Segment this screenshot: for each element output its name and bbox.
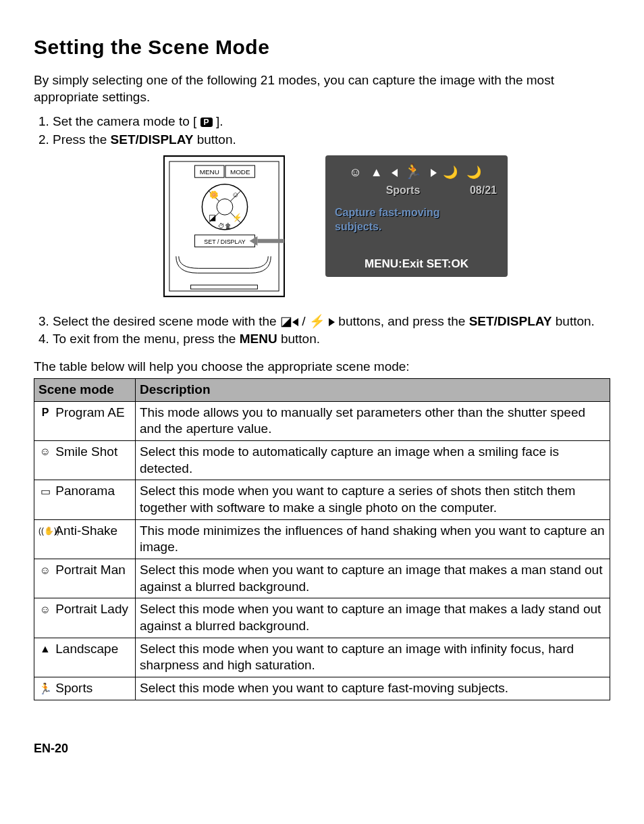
flash-icon: ⚡	[309, 314, 325, 328]
lcd-screen-preview: ☺ ▲ 🏃 🌙 🌙 Sports 08/21 Capture fast-movi…	[325, 155, 508, 277]
col-description: Description	[136, 378, 610, 401]
mode-icon-program: P	[38, 406, 52, 420]
mode-desc: Select this mode when you want to captur…	[136, 480, 610, 519]
step4-a: To exit from the menu, press the	[53, 332, 240, 346]
mode-name: Panorama	[55, 484, 115, 498]
mode-desc: Select this mode when you want to captur…	[136, 559, 610, 598]
step3-d: button.	[552, 314, 594, 328]
step2-text-b: SET/DISPLAY	[111, 132, 194, 147]
step4-b: MENU	[240, 332, 277, 346]
mode-name: Anti-Shake	[55, 523, 117, 538]
mode-icon-antishake: ((✋))	[38, 526, 52, 537]
screen-counter: 08/21	[470, 184, 497, 198]
menu-label: MENU	[200, 168, 219, 176]
screen-mode-name: Sports	[386, 184, 421, 198]
mode-desc: Select this mode when you want to captur…	[136, 598, 610, 638]
table-row: ((✋)) Anti-Shake This mode minimizes the…	[34, 519, 610, 559]
svg-text:⏱🗑: ⏱🗑	[218, 222, 232, 230]
mode-icon-panorama: ▭	[38, 485, 52, 499]
screen-mode-icons: ☺ ▲ 🏃 🌙 🌙	[332, 162, 501, 182]
mode-icon-portrait-lady: ☺	[38, 603, 52, 617]
intro-text: By simply selecting one of the following…	[34, 72, 610, 105]
table-row: P Program AE This mode allows you to man…	[34, 401, 610, 440]
mode-desc: Select this mode when you want to captur…	[136, 677, 610, 700]
step1-text-b: ].	[213, 114, 223, 128]
right-arrow-icon	[329, 318, 335, 326]
camera-mode-p-icon: P	[200, 118, 213, 127]
camera-back-diagram: MENU MODE 🌼 ☺ ◪ ⚡ ⏱🗑 SET / DISPLAY	[163, 155, 285, 297]
svg-text:⚡: ⚡	[232, 213, 242, 222]
figure-row: MENU MODE 🌼 ☺ ◪ ⚡ ⏱🗑 SET / DISPLAY ☺ ▲ 🏃…	[34, 155, 610, 297]
mode-desc: This mode minimizes the influences of ha…	[136, 519, 610, 559]
mode-desc: This mode allows you to manually set par…	[136, 401, 610, 440]
mode-name: Smile Shot	[55, 444, 117, 459]
screen-description: Capture fast-moving subjects.	[332, 206, 501, 234]
steps-list-2: Select the desired scene mode with the ◪…	[34, 313, 610, 348]
mode-icon-landscape: ▲	[38, 642, 52, 656]
mode-icon-sports: 🏃	[38, 682, 52, 696]
table-header-row: Scene mode Description	[34, 378, 610, 401]
screen-label-row: Sports 08/21	[332, 184, 501, 198]
mode-name: Landscape	[55, 642, 118, 656]
mode-label: MODE	[230, 168, 250, 176]
step-3: Select the desired scene mode with the ◪…	[53, 313, 610, 330]
step-1: Set the camera mode to [ P ].	[53, 113, 610, 130]
step4-c: button.	[277, 332, 320, 346]
ev-icon: ◪	[280, 314, 292, 328]
table-row: ☺ Portrait Man Select this mode when you…	[34, 559, 610, 598]
mode-icon-portrait-man: ☺	[38, 564, 52, 578]
svg-text:🌼: 🌼	[209, 190, 219, 199]
mode-name: Program AE	[55, 405, 124, 419]
page-number: EN-20	[34, 741, 610, 756]
mode-name: Portrait Lady	[55, 602, 128, 616]
svg-text:☺: ☺	[232, 190, 239, 199]
step1-text-a: Set the camera mode to [	[53, 114, 200, 128]
mode-name: Sports	[55, 681, 92, 695]
mode-name: Portrait Man	[55, 563, 125, 577]
step3-c: SET/DISPLAY	[469, 314, 552, 328]
mode-icon-smile: ☺	[38, 445, 52, 459]
svg-text:◪: ◪	[209, 213, 216, 222]
page-title: Setting the Scene Mode	[34, 34, 610, 60]
step-2: Press the SET/DISPLAY button.	[53, 132, 610, 149]
step-4: To exit from the menu, press the MENU bu…	[53, 331, 610, 348]
steps-list-1: Set the camera mode to [ P ]. Press the …	[34, 113, 610, 148]
col-scene-mode: Scene mode	[34, 378, 136, 401]
step3-a: Select the desired scene mode with the	[53, 314, 280, 328]
table-row: ▲ Landscape Select this mode when you wa…	[34, 638, 610, 677]
step2-text-c: button.	[193, 132, 236, 147]
step3-b: buttons, and press the	[335, 314, 469, 328]
mode-desc: Select this mode when you want to captur…	[136, 638, 610, 677]
table-row: ☺ Portrait Lady Select this mode when yo…	[34, 598, 610, 638]
left-arrow-icon	[292, 318, 298, 326]
mode-desc: Select this mode to automatically captur…	[136, 440, 610, 480]
svg-rect-16	[191, 285, 258, 289]
table-row: ☺ Smile Shot Select this mode to automat…	[34, 440, 610, 480]
svg-point-7	[217, 199, 233, 215]
set-display-label: SET / DISPLAY	[204, 238, 245, 244]
table-row: ▭ Panorama Select this mode when you wan…	[34, 480, 610, 519]
table-intro: The table below will help you choose the…	[34, 359, 610, 376]
scene-mode-table: Scene mode Description P Program AE This…	[34, 378, 610, 700]
step2-text-a: Press the	[53, 132, 111, 147]
table-row: 🏃 Sports Select this mode when you want …	[34, 677, 610, 700]
screen-footer: MENU:Exit SET:OK	[325, 257, 508, 272]
